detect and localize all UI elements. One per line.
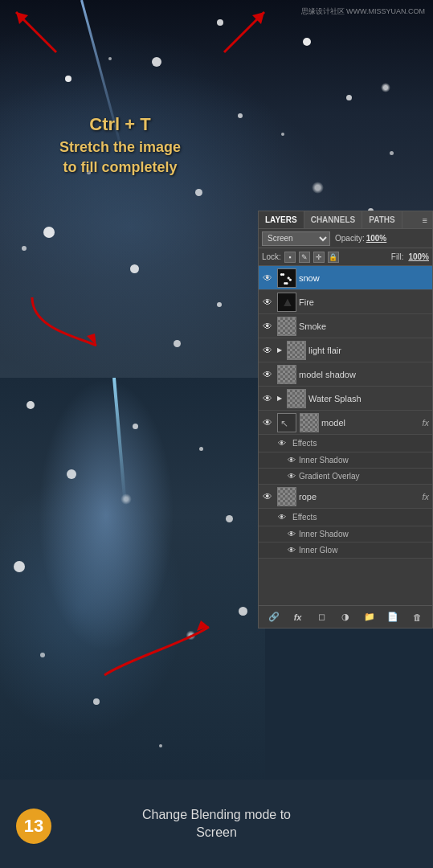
tab-channels[interactable]: CHANNELS [304,211,363,228]
effects-group-model[interactable]: 👁 Effects [259,435,432,452]
link-layers-icon[interactable]: 🔗 [266,609,282,625]
effect-inner-shadow-rope[interactable]: 👁 Inner Shadow [259,526,432,542]
blend-mode-select[interactable]: Screen [262,231,330,246]
panel-toolbar: 🔗 fx ◻ ◑ 📁 📄 🗑 [259,605,432,628]
eye-rope[interactable]: 👁 [260,489,275,504]
thumb-smoke [277,317,296,336]
eye-effects-model[interactable]: 👁 [275,436,289,451]
thumb-snow [277,268,296,288]
adjustment-layer-icon[interactable]: ◑ [337,609,353,625]
lock-transparent-icon[interactable]: ▪ [284,252,296,263]
layer-smoke[interactable]: 👁 Smoke [259,314,432,338]
lock-brush-icon[interactable]: ✎ [299,252,310,263]
effect-label-inner-shadow-rope: Inner Shadow [299,530,349,538]
fx-badge-model: fx [422,418,429,428]
thumb-model-shadow [277,365,296,384]
effect-inner-shadow-model[interactable]: 👁 Inner Shadow [259,452,432,469]
svg-text:↖: ↖ [280,418,288,429]
layer-light-flair[interactable]: 👁 ▶ light flair [259,338,432,362]
eye-water-splash[interactable]: 👁 [260,391,275,406]
tab-layers[interactable]: LAYERS [259,211,304,228]
delete-layer-icon[interactable]: 🗑 [409,609,425,625]
eye-smoke[interactable]: 👁 [260,319,275,334]
layer-name-rope: rope [299,492,422,502]
bottom-text-area: 13 Change Blending mode to Screen [0,780,433,868]
arrow-topleft [8,4,72,68]
effect-label-inner-glow-rope: Inner Glow [299,546,337,555]
lock-move-icon[interactable]: ✛ [313,252,325,263]
add-mask-icon[interactable]: ◻ [313,609,329,625]
effects-label-model: Effects [289,439,317,448]
arrow-bottomleft [16,281,112,362]
thumb-rope [277,487,296,506]
opacity-label: Opacity: [335,234,365,243]
layer-model-shadow[interactable]: 👁 model shadow [259,362,432,387]
fill-value[interactable]: 100% [408,252,429,261]
eye-snow[interactable]: 👁 [260,271,275,285]
step-number-circle: 13 [16,809,51,844]
tab-paths[interactable]: PATHS [362,211,402,228]
thumb-water-splash [287,389,306,408]
stretch-text: Stretch the image to fill completely [48,137,192,178]
eye-gradient-model[interactable]: 👁 [284,469,299,484]
fill-label: Fill: [391,252,404,261]
arrow-topright [208,4,272,68]
fx-badge-rope: fx [422,492,429,502]
effect-label-inner-shadow-model: Inner Shadow [299,456,349,465]
panel-tabs: LAYERS CHANNELS PATHS ≡ [259,211,432,229]
eye-fire[interactable]: 👁 [260,295,275,309]
thumb-light-flair [287,341,306,360]
eye-model-shadow[interactable]: 👁 [260,367,275,382]
eye-light-flair[interactable]: 👁 [260,343,275,358]
layer-name-light-flair: light flair [308,346,431,355]
thumb-fire [277,293,296,312]
watermark: 思缘设计社区 WWW.MISSYUAN.COM [301,6,426,17]
panel-close-button[interactable]: ≡ [418,211,432,228]
new-group-icon[interactable]: 📁 [362,609,378,625]
effect-gradient-model[interactable]: 👁 Gradient Overlay [259,469,432,485]
lock-all-icon[interactable]: 🔒 [328,252,339,263]
effects-label-rope: Effects [289,513,317,522]
layer-name-fire: Fire [299,297,431,307]
layers-panel: LAYERS CHANNELS PATHS ≡ Screen Opacity: … [258,211,433,628]
eye-inner-glow-rope[interactable]: 👁 [284,543,299,558]
eye-inner-shadow-rope[interactable]: 👁 [284,527,299,542]
layer-name-snow: snow [299,273,431,283]
blend-mode-row: Screen Opacity: 100% [259,229,432,248]
eye-model[interactable]: 👁 [260,416,275,430]
effects-group-rope[interactable]: 👁 Effects [259,509,432,526]
opacity-value[interactable]: 100% [366,234,387,243]
lock-row: Lock: ▪ ✎ ✛ 🔒 Fill: 100% [259,248,432,266]
expand-light-flair[interactable]: ▶ [275,346,284,355]
layer-name-water-splash: Water Splash [308,394,431,403]
effect-inner-glow-rope[interactable]: 👁 Inner Glow [259,542,432,559]
bottom-instruction: Change Blending mode to Screen [78,806,355,842]
lock-label: Lock: [262,252,281,261]
layer-model[interactable]: 👁 ↖ model fx [259,411,432,435]
eye-inner-shadow-model[interactable]: 👁 [284,453,299,468]
layer-rope[interactable]: 👁 rope fx [259,485,432,509]
step-number: 13 [24,816,43,837]
expand-water-splash[interactable]: ▶ [275,394,284,403]
layer-fire[interactable]: 👁 Fire [259,290,432,314]
eye-effects-rope[interactable]: 👁 [275,510,289,525]
effect-label-gradient-model: Gradient Overlay [299,472,360,481]
layer-name-smoke: Smoke [299,321,431,331]
thumb-model-mask [300,413,319,432]
thumb-model: ↖ [277,413,296,432]
add-style-icon[interactable]: fx [290,609,306,625]
curved-arrow-to-panel [64,595,225,691]
layers-list: 👁 snow 👁 Fire 👁 Smoke 👁 ▶ light flair [259,266,432,610]
bottom-image-area [0,378,265,836]
ctrl-t-text: Ctrl + T [48,113,192,137]
new-layer-icon[interactable]: 📄 [385,609,401,625]
layer-snow[interactable]: 👁 snow [259,266,432,290]
layer-water-splash[interactable]: 👁 ▶ Water Splash [259,387,432,411]
layer-name-model-shadow: model shadow [299,370,431,379]
top-instruction: Ctrl + T Stretch the image to fill compl… [48,113,192,178]
layer-name-model: model [321,418,422,428]
